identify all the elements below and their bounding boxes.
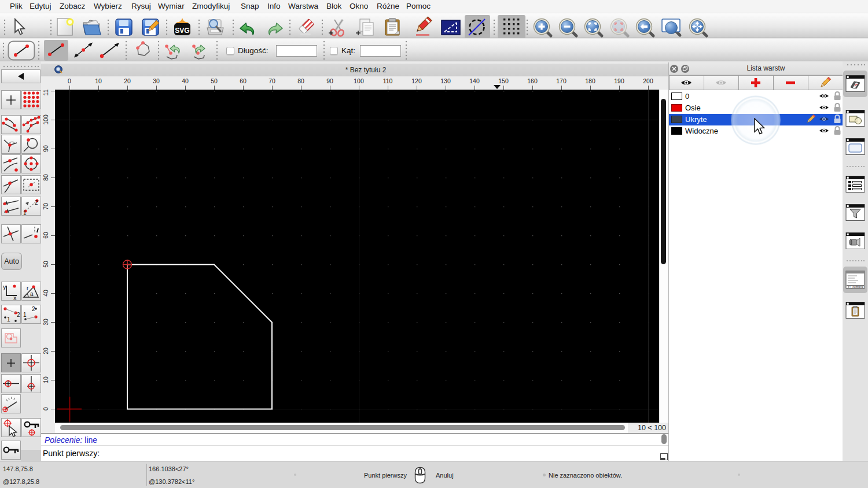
svg-text:100: 100 bbox=[42, 114, 49, 125]
svg-text:50: 50 bbox=[211, 77, 218, 84]
svg-text:20: 20 bbox=[42, 347, 49, 354]
svg-text:0: 0 bbox=[68, 77, 71, 84]
svg-text:90: 90 bbox=[326, 77, 333, 84]
svg-text:x: x bbox=[13, 294, 17, 300]
svg-text:30: 30 bbox=[42, 319, 49, 326]
svg-text:2: 2 bbox=[32, 306, 35, 312]
svg-text:2: 2 bbox=[17, 312, 20, 318]
svg-text:0: 0 bbox=[42, 407, 49, 411]
svg-text:180: 180 bbox=[585, 77, 595, 84]
svg-text:a: a bbox=[30, 291, 34, 297]
svg-text:0: 0 bbox=[685, 92, 689, 101]
svg-text:30: 30 bbox=[153, 77, 160, 84]
svg-text:2: 2 bbox=[35, 199, 38, 206]
svg-text:70: 70 bbox=[269, 77, 275, 84]
svg-text:40: 40 bbox=[42, 290, 49, 297]
svg-text:120: 120 bbox=[411, 77, 422, 84]
svg-text:50: 50 bbox=[42, 261, 49, 268]
svg-text:110: 110 bbox=[383, 77, 393, 84]
svg-text:80: 80 bbox=[297, 77, 304, 84]
svg-text:1: 1 bbox=[23, 312, 27, 318]
svg-text:190: 190 bbox=[614, 77, 624, 84]
svg-text:110: 110 bbox=[42, 90, 49, 95]
svg-text:60: 60 bbox=[42, 232, 49, 239]
svg-text:150: 150 bbox=[498, 77, 509, 84]
svg-text:140: 140 bbox=[469, 77, 480, 84]
svg-text:160: 160 bbox=[527, 77, 538, 84]
svg-text:20: 20 bbox=[124, 77, 131, 84]
svg-text:80: 80 bbox=[42, 174, 49, 181]
svg-text:1: 1 bbox=[23, 210, 27, 215]
svg-text:Widoczne: Widoczne bbox=[685, 127, 718, 135]
svg-text:10: 10 bbox=[42, 376, 49, 383]
svg-text:90: 90 bbox=[42, 145, 49, 152]
svg-text:70: 70 bbox=[42, 203, 49, 210]
svg-text:10: 10 bbox=[95, 77, 102, 84]
svg-text:y: y bbox=[3, 283, 6, 290]
svg-text:Ukryte: Ukryte bbox=[685, 115, 707, 124]
svg-text:c:_command: c:_command bbox=[848, 286, 863, 289]
svg-text:60: 60 bbox=[240, 77, 247, 84]
svg-text:40: 40 bbox=[182, 77, 189, 84]
svg-text:SVG: SVG bbox=[175, 27, 189, 35]
svg-text:1: 1 bbox=[7, 316, 10, 323]
svg-text:200: 200 bbox=[643, 77, 653, 84]
svg-text:130: 130 bbox=[440, 77, 451, 84]
svg-text:r: r bbox=[27, 285, 29, 291]
svg-text:Osie: Osie bbox=[685, 103, 701, 112]
svg-text:170: 170 bbox=[556, 77, 567, 84]
svg-text:100: 100 bbox=[354, 77, 364, 84]
